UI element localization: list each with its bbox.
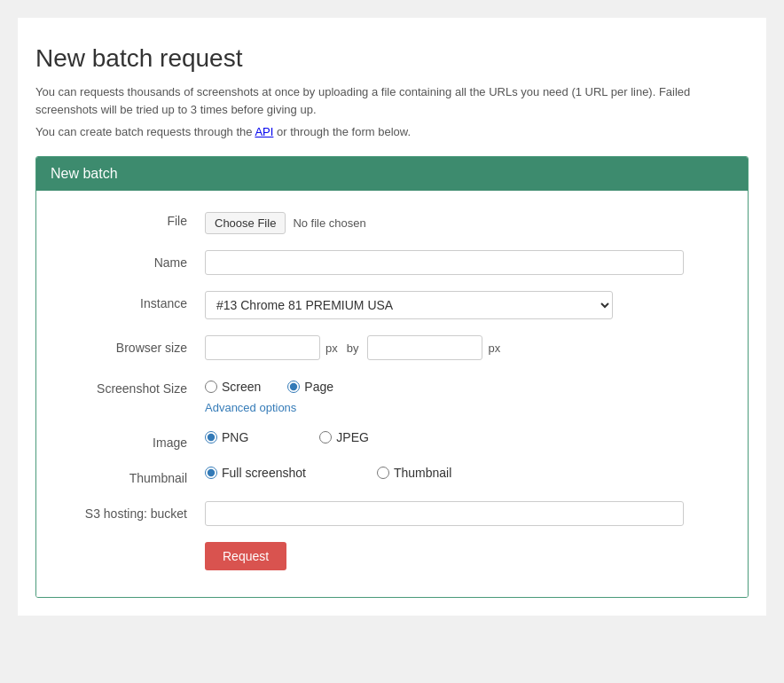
px-label-height: px (488, 342, 500, 355)
screenshot-size-radio-row: Screen Page (205, 376, 721, 394)
thumbnail-control-wrap: Full screenshot Thumbnail (205, 466, 721, 480)
px-label-width: px (325, 342, 338, 355)
page-option-label: Page (304, 380, 333, 394)
s3-control-wrap (205, 501, 721, 526)
screen-option-label: Screen (222, 380, 261, 394)
by-label: by (347, 342, 359, 355)
page-wrapper: New batch request You can requests thous… (18, 18, 766, 616)
submit-row: Request (63, 542, 721, 570)
advanced-options-link[interactable]: Advanced options (205, 401, 721, 414)
browser-size-label: Browser size (63, 335, 205, 355)
name-label: Name (63, 250, 205, 270)
page-radio[interactable] (287, 381, 300, 393)
full-screenshot-radio-option[interactable]: Full screenshot (205, 466, 306, 480)
browser-width-input[interactable]: 1280 (205, 335, 320, 360)
jpeg-option-label: JPEG (336, 430, 369, 444)
png-radio[interactable] (205, 431, 217, 444)
thumbnail-radio-option[interactable]: Thumbnail (377, 466, 451, 480)
name-control-wrap (205, 250, 721, 275)
image-radio-row: PNG JPEG (205, 430, 721, 444)
image-label: Image (63, 430, 205, 450)
choose-file-button[interactable]: Choose File (205, 212, 286, 234)
image-group: Image PNG JPEG (63, 430, 721, 450)
thumbnail-label: Thumbnail (63, 466, 205, 485)
browser-size-control-wrap: 1280 px by 1024 px (205, 335, 721, 360)
file-group: File Choose File No file chosen (63, 208, 721, 234)
api-line-pre: You can create batch requests through th… (35, 125, 255, 138)
png-radio-option[interactable]: PNG (205, 430, 248, 444)
browser-height-input[interactable]: 1024 (367, 335, 482, 360)
image-control-wrap: PNG JPEG (205, 430, 721, 444)
instance-label: Instance (63, 291, 205, 310)
api-link[interactable]: API (255, 125, 273, 138)
thumbnail-group: Thumbnail Full screenshot Thumbnail (63, 466, 721, 485)
file-label: File (63, 208, 205, 228)
png-option-label: PNG (222, 430, 248, 444)
jpeg-radio-option[interactable]: JPEG (319, 430, 369, 444)
request-button[interactable]: Request (205, 542, 286, 570)
instance-control-wrap: #13 Chrome 81 PREMIUM USA (205, 291, 721, 319)
screenshot-size-control-wrap: Screen Page Advanced options (205, 376, 721, 414)
full-screenshot-radio[interactable] (205, 467, 217, 479)
screen-radio-option[interactable]: Screen (205, 380, 261, 394)
thumbnail-radio-row: Full screenshot Thumbnail (205, 466, 721, 480)
s3-label: S3 hosting: bucket (63, 501, 205, 521)
new-batch-panel: New batch File Choose File No file chose… (35, 156, 749, 598)
page-title: New batch request (35, 44, 749, 73)
api-line-post: or through the form below. (273, 125, 411, 138)
api-line: You can create batch requests through th… (35, 125, 749, 138)
instance-group: Instance #13 Chrome 81 PREMIUM USA (63, 291, 721, 319)
s3-input[interactable] (205, 501, 684, 526)
screen-radio[interactable] (205, 381, 217, 393)
s3-group: S3 hosting: bucket (63, 501, 721, 526)
full-screenshot-option-label: Full screenshot (222, 466, 306, 480)
no-file-text: No file chosen (293, 216, 365, 230)
file-control-wrap: Choose File No file chosen (205, 208, 721, 234)
screenshot-size-label: Screenshot Size (63, 376, 205, 396)
panel-header: New batch (36, 157, 748, 191)
thumbnail-radio[interactable] (377, 467, 389, 479)
screenshot-size-group: Screenshot Size Screen Page Advanced opt… (63, 376, 721, 414)
thumbnail-option-label: Thumbnail (394, 466, 451, 480)
name-group: Name (63, 250, 721, 275)
instance-select[interactable]: #13 Chrome 81 PREMIUM USA (205, 291, 613, 319)
page-description: You can requests thousands of screenshot… (35, 83, 749, 118)
page-radio-option[interactable]: Page (287, 380, 333, 394)
browser-size-group: Browser size 1280 px by 1024 px (63, 335, 721, 360)
name-input[interactable] (205, 250, 684, 275)
panel-body: File Choose File No file chosen Name Ins… (36, 191, 748, 597)
jpeg-radio[interactable] (319, 431, 332, 444)
